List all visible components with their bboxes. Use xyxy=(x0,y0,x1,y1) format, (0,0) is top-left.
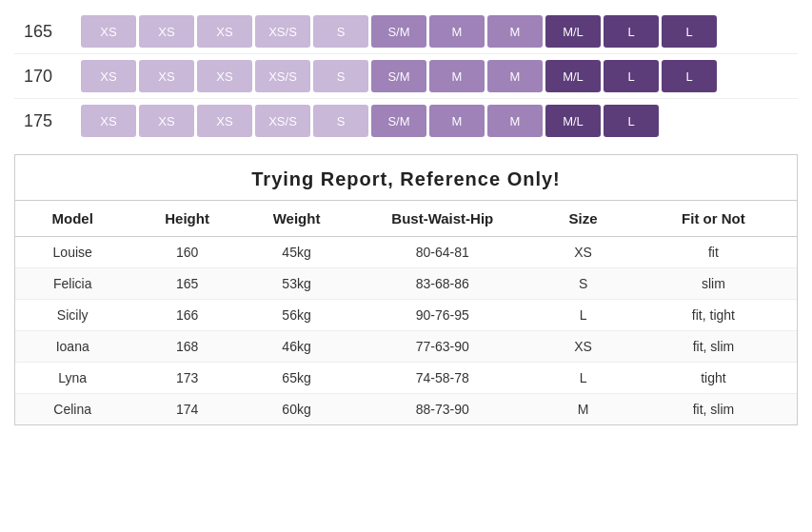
table-cell-height: 173 xyxy=(129,363,244,394)
size-cell: L xyxy=(662,15,717,48)
size-cell: S xyxy=(313,60,368,92)
size-cell: XS xyxy=(139,105,194,137)
table-cell-weight: 53kg xyxy=(245,268,348,300)
size-row-height: 170 xyxy=(14,67,81,87)
table-cell-model: Ioana xyxy=(15,331,129,363)
size-cell: XS xyxy=(197,60,252,92)
table-cell-fit: slim xyxy=(630,268,797,300)
table-cell-height: 168 xyxy=(129,331,244,363)
size-cell: M xyxy=(429,60,485,92)
table-cell-bust: 83-68-86 xyxy=(348,268,536,300)
size-cells-group: XSXSXSXS/SSS/MMMM/LLL xyxy=(81,15,717,48)
table-cell-model: Sicily xyxy=(15,300,129,331)
table-cell-model: Celina xyxy=(15,394,129,425)
report-section: Trying Report, Reference Only! Model Hei… xyxy=(14,154,798,425)
size-cell: XS xyxy=(81,15,136,48)
table-cell-weight: 65kg xyxy=(245,363,348,394)
table-cell-height: 174 xyxy=(129,394,244,425)
table-cell-fit: fit xyxy=(630,237,797,268)
report-table: Model Height Weight Bust-Waist-Hip Size … xyxy=(15,201,797,424)
col-header-height: Height xyxy=(129,201,244,237)
table-row: Lyna17365kg74-58-78Ltight xyxy=(15,363,797,394)
table-cell-weight: 45kg xyxy=(245,237,348,268)
table-cell-height: 166 xyxy=(129,300,244,331)
table-cell-bust: 77-63-90 xyxy=(348,331,536,363)
size-cell: XS xyxy=(81,105,136,137)
table-row: Ioana16846kg77-63-90XSfit, slim xyxy=(15,331,797,363)
table-cell-weight: 60kg xyxy=(245,394,348,425)
size-chart-row: 165XSXSXSXS/SSS/MMMM/LLL xyxy=(14,10,798,54)
size-cell: XS xyxy=(197,15,252,48)
table-cell-model: Felicia xyxy=(15,268,129,300)
table-cell-size: L xyxy=(536,300,630,331)
size-cell: L xyxy=(604,105,659,137)
col-header-fit: Fit or Not xyxy=(630,201,797,237)
table-cell-fit: tight xyxy=(630,363,797,394)
table-cell-size: XS xyxy=(536,237,630,268)
table-cell-size: XS xyxy=(536,331,630,363)
table-row: Felicia16553kg83-68-86Sslim xyxy=(15,268,797,300)
size-cell: XS xyxy=(139,15,194,48)
size-cell: XS xyxy=(139,60,194,92)
size-cell: S xyxy=(313,105,368,137)
table-cell-fit: fit, slim xyxy=(630,331,797,363)
size-row-height: 175 xyxy=(14,111,81,131)
table-cell-model: Lyna xyxy=(15,363,129,394)
report-title: Trying Report, Reference Only! xyxy=(15,155,797,201)
table-cell-fit: fit, slim xyxy=(630,394,797,425)
table-row: Louise16045kg80-64-81XSfit xyxy=(15,237,797,268)
size-cell: S/M xyxy=(371,15,426,48)
table-cell-height: 165 xyxy=(129,268,244,300)
col-header-size: Size xyxy=(536,201,630,237)
table-cell-weight: 46kg xyxy=(245,331,348,363)
size-cells-group: XSXSXSXS/SSS/MMMM/LLL xyxy=(81,60,717,92)
table-row: Sicily16656kg90-76-95Lfit, tight xyxy=(15,300,797,331)
table-cell-weight: 56kg xyxy=(245,300,348,331)
size-cell: S/M xyxy=(371,105,426,137)
col-header-model: Model xyxy=(15,201,129,237)
size-cell: XS/S xyxy=(255,60,310,92)
table-cell-size: L xyxy=(536,363,630,394)
size-cell: M xyxy=(487,105,543,137)
size-cell: M xyxy=(429,15,485,48)
size-row-height: 165 xyxy=(14,22,81,42)
report-table-body: Louise16045kg80-64-81XSfitFelicia16553kg… xyxy=(15,237,797,425)
table-cell-model: Louise xyxy=(15,237,129,268)
size-cell: S/M xyxy=(371,60,426,92)
size-cell: L xyxy=(604,15,659,48)
size-cell: L xyxy=(604,60,659,92)
size-cell: M/L xyxy=(545,105,601,137)
table-cell-size: M xyxy=(536,394,630,425)
size-chart: 165XSXSXSXS/SSS/MMMM/LLL170XSXSXSXS/SSS/… xyxy=(14,10,798,143)
size-cell: S xyxy=(313,15,368,48)
table-cell-size: S xyxy=(536,268,630,300)
size-cell: M xyxy=(429,105,485,137)
table-cell-fit: fit, tight xyxy=(630,300,797,331)
size-cell: M/L xyxy=(545,15,601,48)
table-cell-bust: 90-76-95 xyxy=(348,300,536,331)
table-row: Celina17460kg88-73-90Mfit, slim xyxy=(15,394,797,425)
size-chart-row: 175XSXSXSXS/SSS/MMMM/LL xyxy=(14,99,798,143)
col-header-weight: Weight xyxy=(245,201,348,237)
size-cell: XS xyxy=(81,60,136,92)
table-cell-bust: 80-64-81 xyxy=(348,237,536,268)
size-cell: M xyxy=(487,60,543,92)
size-cell: M/L xyxy=(545,60,601,92)
col-header-bust: Bust-Waist-Hip xyxy=(348,201,536,237)
size-cell: XS xyxy=(197,105,252,137)
size-chart-row: 170XSXSXSXS/SSS/MMMM/LLL xyxy=(14,54,798,99)
table-cell-bust: 74-58-78 xyxy=(348,363,536,394)
report-table-head: Model Height Weight Bust-Waist-Hip Size … xyxy=(15,201,797,237)
size-cell: XS/S xyxy=(255,105,310,137)
table-cell-height: 160 xyxy=(129,237,244,268)
size-cell: L xyxy=(662,60,717,92)
report-header-row: Model Height Weight Bust-Waist-Hip Size … xyxy=(15,201,797,237)
table-cell-bust: 88-73-90 xyxy=(348,394,536,425)
size-cell: M xyxy=(487,15,543,48)
size-cells-group: XSXSXSXS/SSS/MMMM/LL xyxy=(81,105,659,137)
size-cell: XS/S xyxy=(255,15,310,48)
